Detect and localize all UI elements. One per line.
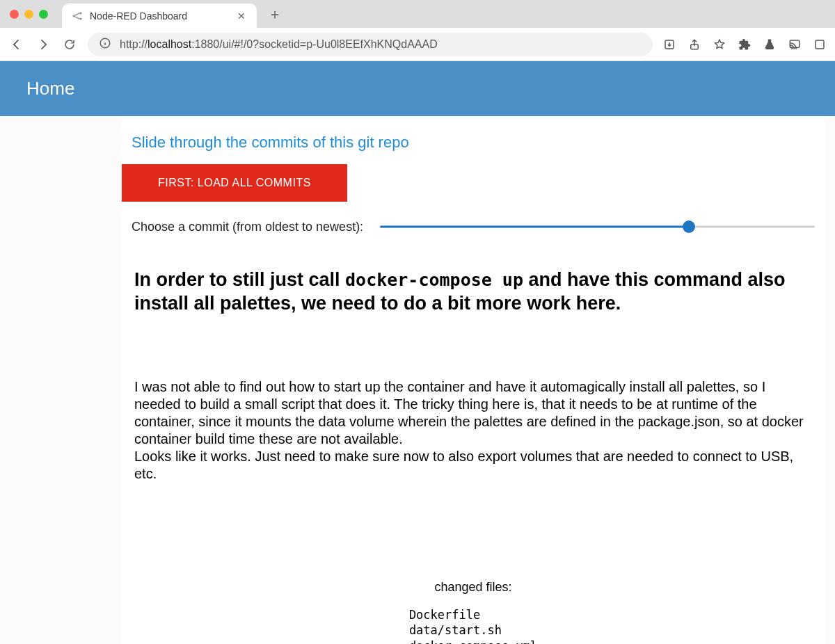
- profile-icon[interactable]: [813, 38, 827, 51]
- back-button[interactable]: [8, 36, 25, 53]
- svg-point-0: [73, 15, 75, 17]
- changed-files-label: changed files:: [134, 580, 812, 595]
- commit-slider[interactable]: [380, 218, 815, 235]
- slider-thumb[interactable]: [683, 220, 695, 233]
- url-scheme: http://: [120, 38, 148, 50]
- reload-button[interactable]: [61, 36, 78, 53]
- labs-icon[interactable]: [763, 38, 777, 51]
- changed-files-list: Dockerfiledata/start.shdocker-compose.ym…: [409, 607, 537, 645]
- svg-point-2: [80, 17, 82, 19]
- tab-favicon: [72, 10, 83, 22]
- card-title: Slide through the commits of this git re…: [122, 134, 825, 164]
- commit-details: In order to still just call docker-compo…: [122, 255, 825, 644]
- browser-tab[interactable]: Node-RED Dashboard ✕: [62, 3, 257, 28]
- changed-files: changed files: Dockerfiledata/start.shdo…: [134, 580, 812, 645]
- new-tab-button[interactable]: ＋: [265, 4, 285, 24]
- url-path: :1880/ui/#!/0?socketid=p-Uu0l8EEfXhKNQdA…: [191, 38, 438, 50]
- commit-body-p2: Looks like it works. Just need to make s…: [134, 448, 812, 483]
- cast-icon[interactable]: [788, 38, 802, 51]
- window-close-button[interactable]: [10, 10, 19, 19]
- changed-file: docker-compose.yml: [409, 638, 537, 644]
- changed-file: data/start.sh: [409, 622, 537, 638]
- site-info-icon[interactable]: [99, 37, 111, 52]
- commit-body-p1: I was not able to find out how to start …: [134, 378, 812, 448]
- window-zoom-button[interactable]: [39, 10, 48, 19]
- commit-title-code: docker-compose up: [345, 270, 523, 290]
- bookmark-star-icon[interactable]: [713, 38, 726, 51]
- share-icon[interactable]: [687, 38, 701, 51]
- extensions-icon[interactable]: [738, 38, 752, 51]
- window-controls: [10, 10, 48, 19]
- commit-title-pre: In order to still just call: [134, 269, 345, 290]
- commit-body: I was not able to find out how to start …: [134, 378, 812, 483]
- forward-button[interactable]: [35, 36, 51, 53]
- app-header: Home: [0, 61, 835, 116]
- load-commits-button[interactable]: FIRST: LOAD ALL COMMITS: [122, 164, 347, 202]
- svg-rect-8: [790, 40, 800, 48]
- window-minimize-button[interactable]: [24, 10, 33, 19]
- install-app-icon[interactable]: [662, 38, 676, 51]
- dashboard-card: Slide through the commits of this git re…: [122, 116, 825, 644]
- slider-fill: [380, 226, 689, 228]
- tab-strip: Node-RED Dashboard ✕ ＋: [0, 0, 835, 28]
- page-body: Home Slide through the commits of this g…: [0, 61, 835, 644]
- tab-title: Node-RED Dashboard: [90, 10, 229, 22]
- changed-file: Dockerfile: [409, 607, 537, 623]
- url-input[interactable]: http://localhost:1880/ui/#!/0?socketid=p…: [88, 33, 653, 56]
- commit-title: In order to still just call docker-compo…: [134, 268, 812, 316]
- browser-chrome: Node-RED Dashboard ✕ ＋ http://localhost:…: [0, 0, 835, 61]
- tab-close-button[interactable]: ✕: [236, 10, 247, 22]
- toolbar-icons: [662, 38, 827, 51]
- commit-slider-row: Choose a commit (from oldest to newest):: [122, 216, 825, 255]
- svg-rect-9: [816, 40, 824, 49]
- url-text: http://localhost:1880/ui/#!/0?socketid=p…: [120, 38, 642, 51]
- app-title: Home: [26, 78, 74, 99]
- address-bar: http://localhost:1880/ui/#!/0?socketid=p…: [0, 28, 835, 61]
- svg-point-1: [80, 12, 82, 14]
- slider-label: Choose a commit (from oldest to newest):: [132, 220, 363, 234]
- url-host: localhost: [148, 38, 191, 50]
